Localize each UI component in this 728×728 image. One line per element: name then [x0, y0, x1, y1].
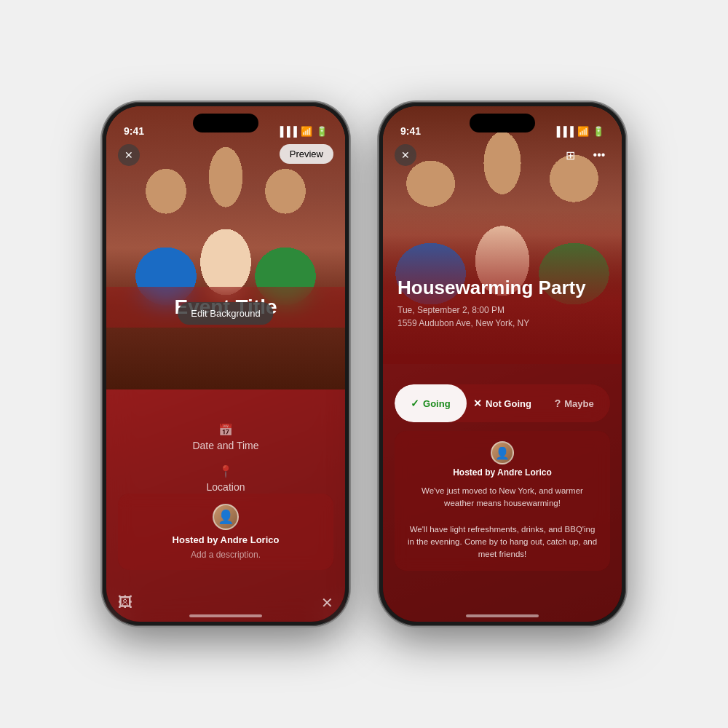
- home-indicator-left: [189, 614, 262, 617]
- close-button-left[interactable]: ✕: [118, 144, 140, 166]
- host-row-right: 👤 Hosted by Andre Lorico: [406, 441, 598, 478]
- not-going-button[interactable]: ✕ Not Going: [467, 384, 539, 422]
- phone-right: 9:41 ▐▐▐ 📶 🔋 ✕ ⊞ ••• Housewarming Party …: [379, 102, 626, 626]
- top-icons-right: ⊞ •••: [559, 144, 610, 166]
- status-time-left: 9:41: [124, 125, 144, 137]
- maybe-icon: ?: [555, 397, 561, 409]
- description-text-2: We'll have light refreshments, drinks, a…: [406, 523, 598, 561]
- maybe-button[interactable]: ? Maybe: [538, 384, 610, 422]
- preview-button-left[interactable]: Preview: [280, 144, 333, 164]
- event-info-right: Housewarming Party Tue, September 2, 8:0…: [383, 277, 622, 330]
- wifi-icon-right: 📶: [577, 126, 589, 137]
- dynamic-island-left: [193, 114, 258, 132]
- dismiss-icon[interactable]: ✕: [321, 594, 333, 612]
- host-description-left[interactable]: Add a description.: [191, 550, 261, 560]
- battery-icon-left: 🔋: [316, 126, 328, 137]
- grid-icon[interactable]: ⊞: [559, 144, 581, 166]
- gallery-icon[interactable]: 🖼: [118, 594, 132, 611]
- host-avatar-left: 👤: [213, 504, 239, 530]
- phone-left: 9:41 ▐▐▐ 📶 🔋 ✕ Preview Edit Background E…: [102, 102, 349, 626]
- signal-icon-right: ▐▐▐: [553, 126, 574, 137]
- edit-background-button[interactable]: Edit Background: [178, 302, 273, 325]
- host-name-right: Hosted by Andre Lorico: [453, 467, 552, 478]
- event-date-right: Tue, September 2, 8:00 PM: [397, 304, 607, 317]
- date-time-field[interactable]: 📅 Date and Time: [192, 423, 258, 451]
- host-avatar-right: 👤: [491, 441, 514, 464]
- event-title-right: Housewarming Party: [397, 277, 607, 299]
- not-going-label: Not Going: [486, 398, 531, 409]
- event-location-right: 1559 Audubon Ave, New York, NY: [397, 317, 607, 330]
- dynamic-island-right: [470, 114, 535, 132]
- description-text-1: We've just moved to New York, and warmer…: [406, 485, 598, 510]
- battery-icon-right: 🔋: [593, 126, 604, 137]
- wifi-icon-left: 📶: [301, 126, 312, 137]
- close-button-right[interactable]: ✕: [395, 144, 416, 166]
- host-section-left: 👤 Hosted by Andre Lorico Add a descripti…: [118, 494, 333, 570]
- fields-section: 📅 Date and Time 📍 Location: [106, 423, 345, 493]
- host-name-left: Hosted by Andre Lorico: [173, 534, 280, 545]
- going-checkmark-icon: ✓: [411, 397, 419, 409]
- home-indicator-right: [466, 614, 539, 617]
- calendar-icon: 📅: [218, 423, 233, 437]
- more-icon[interactable]: •••: [588, 144, 610, 166]
- location-label: Location: [207, 481, 245, 493]
- going-button[interactable]: ✓ Going: [395, 384, 467, 422]
- status-icons-right: ▐▐▐ 📶 🔋: [553, 126, 604, 137]
- location-icon: 📍: [218, 464, 233, 478]
- going-label: Going: [423, 398, 451, 409]
- description-section: 👤 Hosted by Andre Lorico We've just move…: [395, 431, 610, 571]
- bottom-bar-left: 🖼 ✕: [118, 594, 333, 612]
- signal-icon-left: ▐▐▐: [277, 126, 297, 137]
- status-time-right: 9:41: [400, 125, 421, 137]
- location-field[interactable]: 📍 Location: [207, 464, 245, 493]
- not-going-icon: ✕: [473, 397, 482, 409]
- rsvp-section: ✓ Going ✕ Not Going ? Maybe: [395, 384, 610, 422]
- status-icons-left: ▐▐▐ 📶 🔋: [277, 126, 328, 137]
- date-time-label: Date and Time: [192, 440, 258, 451]
- maybe-label: Maybe: [564, 398, 593, 409]
